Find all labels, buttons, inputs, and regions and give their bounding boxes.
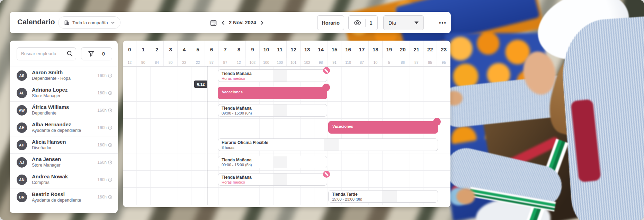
hour-load-count: 87 <box>218 58 232 66</box>
hour-column-header[interactable]: 5 <box>191 41 205 58</box>
hour-column-header[interactable]: 17 <box>355 41 369 58</box>
button-divider <box>98 50 98 57</box>
schedule-row-andrea-nowak: Tienda Mañana Horas médico <box>123 171 450 188</box>
hour-load-count: 12 <box>123 58 136 66</box>
filter-button[interactable]: 0 <box>81 47 112 60</box>
employee-sidebar: 0 AS Aaron Smith Dependiente · Ropa 160h… <box>10 41 118 213</box>
hour-load-count: 87 <box>355 58 369 66</box>
shift-card[interactable]: Tienda Tarde 15:00 - 23:00 (8h) <box>328 190 438 203</box>
filter-count: 0 <box>102 51 105 57</box>
hour-load-count: 100 <box>260 58 273 66</box>
vacation-dot-icon <box>433 118 441 126</box>
employee-meta: Beatriz Rossi Ayudante de dependiente <box>32 191 97 203</box>
hour-column-header[interactable]: 3 <box>164 41 177 58</box>
hour-load-count: 10 <box>369 58 382 66</box>
hour-column-header[interactable]: 11 <box>273 41 287 58</box>
employee-name: Ana Jensen <box>32 156 97 163</box>
employee-row-andrea-nowak[interactable]: AN Andrea Nowak Compras 160h <box>10 171 118 188</box>
shift-card[interactable]: Tienda Mañana 09:00 - 15:00 (6h) <box>218 156 327 168</box>
hour-column-header[interactable]: 7 <box>218 41 232 58</box>
clock-icon <box>108 108 112 112</box>
employee-role: Store Manager <box>32 163 97 168</box>
calendar-icon[interactable] <box>209 19 217 27</box>
vacation-block[interactable]: Vacaciones <box>218 87 327 99</box>
hours-value: 160h <box>97 143 107 147</box>
hour-load-count: 84 <box>150 58 164 66</box>
shift-title: Tienda Mañana <box>222 106 323 111</box>
schedule-row-aaron-smith: Tienda Mañana Horas médico <box>123 67 450 84</box>
schedule-button[interactable]: Horario <box>317 15 344 30</box>
hour-column-header[interactable]: 13 <box>301 41 314 58</box>
hour-column-header[interactable]: 12 <box>287 41 300 58</box>
hour-column-header[interactable]: 15 <box>328 41 341 58</box>
visibility-count: 1 <box>370 20 373 26</box>
company-selector[interactable]: Toda la compañía <box>58 16 120 29</box>
shift-subtitle: 8 horas <box>222 145 434 150</box>
avatar: AS <box>17 70 27 81</box>
shift-card[interactable]: Horario Oficina Flexible 8 horas <box>218 138 438 151</box>
employee-role: Dependiente <box>32 111 97 116</box>
hour-column-header[interactable]: 18 <box>369 41 382 58</box>
search-icon <box>67 51 73 57</box>
employee-row-alicia-hansen[interactable]: AH Alicia Hansen Diseñador 160h <box>10 136 118 154</box>
hour-column-header[interactable]: 23 <box>437 41 450 58</box>
hour-column-header[interactable]: 4 <box>178 41 191 58</box>
shift-title: Tienda Mañana <box>222 175 323 180</box>
employee-meta: Aaron Smith Dependiente · Ropa <box>32 69 97 81</box>
schedule-row-africa-williams: Tienda Mañana 09:00 - 15:00 (6h) <box>123 102 450 119</box>
schedule-row-alba-hernandez: Vacaciones <box>123 119 450 136</box>
hours-value: 160h <box>97 160 107 165</box>
employee-role: Ayudante de dependiente <box>32 128 97 134</box>
hour-column-header[interactable]: 19 <box>383 41 396 58</box>
clock-icon <box>108 178 112 182</box>
hour-column-header[interactable]: 10 <box>260 41 273 58</box>
employee-row-beatriz-rossi[interactable]: BR Beatriz Rossi Ayudante de dependiente… <box>10 188 118 206</box>
hour-load-count: 90 <box>136 58 150 66</box>
visibility-button[interactable]: 1 <box>348 15 378 30</box>
vacation-block[interactable]: Vacaciones <box>328 121 438 134</box>
employee-row-aaron-smith[interactable]: AS Aaron Smith Dependiente · Ropa 160h <box>10 67 118 84</box>
current-date: 2 Nov. 2024 <box>229 20 256 25</box>
hour-load-count: 22 <box>178 58 191 66</box>
employee-hours: 160h <box>97 160 112 165</box>
hour-column-header[interactable]: 20 <box>396 41 410 58</box>
current-time-badge: 6:12 <box>194 81 207 88</box>
employee-hours: 160h <box>97 91 112 95</box>
employee-row-africa-williams[interactable]: AW África Williams Dependiente 160h <box>10 102 118 119</box>
hour-load-count: 87 <box>205 58 218 66</box>
employee-list: AS Aaron Smith Dependiente · Ropa 160h A… <box>10 67 118 206</box>
hour-column-header[interactable]: 14 <box>314 41 328 58</box>
caret-down-icon <box>414 22 419 24</box>
next-day-button[interactable] <box>260 20 264 26</box>
view-mode-select[interactable]: Día <box>383 15 424 30</box>
shift-card[interactable]: Tienda Mañana Horas médico <box>218 69 327 82</box>
hour-column-header[interactable]: 1 <box>136 41 150 58</box>
hour-column-header[interactable]: 21 <box>410 41 423 58</box>
employee-row-alba-hernandez[interactable]: AH Alba Hernandez Ayudante de dependient… <box>10 119 118 136</box>
shift-card[interactable]: Tienda Mañana 09:00 - 15:00 (6h) <box>218 104 327 117</box>
employee-name: Andrea Nowak <box>32 174 97 180</box>
employee-row-ana-jensen[interactable]: AJ Ana Jensen Store Manager 160h <box>10 154 118 171</box>
hour-load-count: 101 <box>287 58 300 66</box>
hour-column-header[interactable]: 2 <box>150 41 164 58</box>
hour-header-row: 0 1 2 3 4 5 6 7 8 9 10 11 12 13 14 15 16… <box>123 41 450 58</box>
hour-column-header[interactable]: 16 <box>341 41 355 58</box>
shift-subtitle: Horas médico <box>222 180 323 185</box>
hour-column-header[interactable]: 22 <box>423 41 437 58</box>
prev-day-button[interactable] <box>221 20 225 26</box>
button-divider <box>365 19 366 27</box>
building-icon <box>64 20 69 25</box>
hour-column-header[interactable]: 0 <box>123 41 136 58</box>
employee-row-adriana-lopez[interactable]: AL Adriana Lopez Store Manager 160h <box>10 84 118 102</box>
hour-load-count: 98 <box>314 58 328 66</box>
hour-column-header[interactable]: 9 <box>246 41 259 58</box>
shift-subtitle: 15:00 - 23:00 (8h) <box>332 197 434 202</box>
avatar: AL <box>17 88 27 98</box>
employee-meta: Andrea Nowak Compras <box>32 174 97 185</box>
more-options-button[interactable]: ••• <box>435 15 451 30</box>
hour-column-header[interactable]: 6 <box>205 41 218 58</box>
avatar: AH <box>17 122 27 133</box>
hour-column-header[interactable]: 8 <box>232 41 246 58</box>
shift-card[interactable]: Tienda Mañana Horas médico <box>218 173 327 186</box>
employee-role: Dependiente · Ropa <box>32 76 97 82</box>
